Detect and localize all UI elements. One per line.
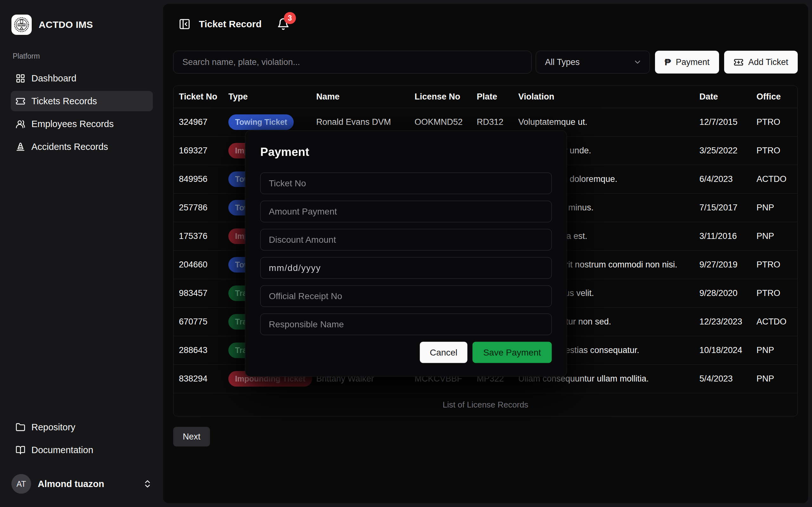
page-title: Ticket Record (199, 19, 262, 30)
payment-modal: Payment Cancel Save Payment (245, 130, 567, 377)
cancel-button[interactable]: Cancel (420, 342, 467, 363)
sidebar-item-label: Employees Records (32, 119, 114, 129)
users-icon (15, 119, 26, 129)
cell-office: ACTDO (757, 317, 798, 327)
cell-violation: Voluptatemque ut. (518, 117, 699, 127)
type-filter-select[interactable]: All Types (536, 51, 650, 73)
panel-left-close-icon (179, 18, 191, 30)
user-name: Almond tuazon (38, 479, 136, 489)
cell-ticket-no: 169327 (179, 146, 229, 156)
cell-office: PTRO (757, 117, 798, 127)
sidebar: ACTDO ACTDO IMS Platform DashboardTicket… (0, 0, 163, 507)
sidebar-nav: DashboardTickets RecordsEmployees Record… (11, 68, 153, 159)
sidebar-item-label: Repository (32, 422, 75, 433)
payment-modal-fields (260, 173, 552, 335)
column-header-name: Name (316, 92, 415, 102)
cell-license-no: OOKMND52 (415, 117, 477, 127)
chevron-down-icon (633, 58, 642, 66)
amount-payment-field[interactable] (260, 201, 552, 222)
payment-button[interactable]: ₱ Payment (655, 51, 719, 73)
platform-section-label: Platform (13, 52, 153, 60)
payment-modal-actions: Cancel Save Payment (260, 342, 552, 363)
payment-modal-title: Payment (260, 146, 552, 159)
ticket-plus-icon (734, 57, 744, 67)
cell-office: PNP (757, 231, 798, 241)
book-open-icon (15, 445, 26, 455)
column-header-ticket-no: Ticket No (179, 92, 229, 102)
search-input[interactable] (173, 51, 531, 73)
cell-office: PNP (757, 345, 798, 355)
column-header-type: Type (229, 92, 316, 102)
cell-ticket-no: 838294 (179, 374, 229, 384)
sidebar-item-label: Accidents Records (32, 142, 108, 152)
folder-icon (15, 422, 26, 432)
add-ticket-button-label: Add Ticket (748, 57, 788, 67)
sidebar-item-label: Dashboard (32, 73, 77, 83)
notifications-button[interactable]: 3 (277, 18, 290, 31)
type-badge: Towing Ticket (229, 114, 294, 130)
cell-ticket-no: 175376 (179, 231, 229, 241)
sidebar-item-label: Tickets Records (32, 96, 97, 107)
save-payment-button[interactable]: Save Payment (473, 342, 552, 363)
cell-ticket-no: 288643 (179, 345, 229, 355)
seal-icon: ACTDO (13, 16, 30, 33)
table-header-row: Ticket NoTypeNameLicense NoPlateViolatio… (173, 86, 798, 108)
discount-amount-field[interactable] (260, 229, 552, 250)
sidebar-item-accidents-records[interactable]: Accidents Records (11, 136, 153, 157)
official-receipt-field[interactable] (260, 285, 552, 307)
chevrons-up-down-icon (143, 479, 152, 489)
column-header-plate: Plate (477, 92, 518, 102)
sidebar-toggle-button[interactable] (179, 18, 191, 30)
peso-icon: ₱ (664, 57, 671, 67)
add-ticket-button[interactable]: Add Ticket (724, 51, 798, 73)
cell-ticket-no: 849956 (179, 174, 229, 184)
cell-name: Ronald Evans DVM (316, 117, 415, 127)
cell-date: 12/7/2015 (699, 117, 757, 127)
cell-ticket-no: 257786 (179, 203, 229, 213)
table-caption: List of License Records (173, 393, 798, 416)
cell-date: 5/4/2023 (699, 374, 757, 384)
cell-date: 6/4/2023 (699, 174, 757, 184)
cell-date: 7/15/2017 (699, 203, 757, 213)
column-header-violation: Violation (518, 92, 699, 102)
ticket-no-field[interactable] (260, 173, 552, 194)
toolbar: All Types ₱ Payment Add Ticket (173, 51, 798, 73)
sidebar-item-employees-records[interactable]: Employees Records (11, 114, 153, 134)
payment-date-field[interactable] (260, 257, 552, 279)
sidebar-footer-nav: RepositoryDocumentation (11, 417, 153, 463)
sidebar-spacer (11, 159, 153, 417)
user-menu[interactable]: AT Almond tuazon (11, 474, 153, 494)
type-filter-value: All Types (545, 57, 579, 67)
app-name: ACTDO IMS (39, 19, 93, 30)
next-page-button[interactable]: Next (173, 427, 210, 447)
cell-ticket-no: 204660 (179, 260, 229, 270)
actdo-seal-logo: ACTDO (11, 14, 32, 35)
cell-type: Towing Ticket (229, 114, 316, 130)
page-header: Ticket Record 3 (179, 18, 798, 31)
cell-plate: RD312 (477, 117, 518, 127)
avatar: AT (11, 474, 31, 494)
sidebar-item-dashboard[interactable]: Dashboard (11, 68, 153, 89)
cell-ticket-no: 324967 (179, 117, 229, 127)
column-header-license-no: License No (415, 92, 477, 102)
cell-date: 9/28/2020 (699, 288, 757, 298)
sidebar-item-tickets-records[interactable]: Tickets Records (11, 91, 153, 111)
cell-office: PTRO (757, 146, 798, 156)
cell-office: PTRO (757, 260, 798, 270)
svg-text:ACTDO: ACTDO (18, 24, 25, 26)
cell-ticket-no: 983457 (179, 288, 229, 298)
sidebar-item-label: Documentation (32, 445, 93, 455)
brand: ACTDO ACTDO IMS (11, 14, 153, 35)
cell-office: ACTDO (757, 174, 798, 184)
cell-office: PNP (757, 203, 798, 213)
cell-ticket-no: 670775 (179, 317, 229, 327)
sidebar-item-repository[interactable]: Repository (11, 417, 153, 437)
cell-date: 10/18/2024 (699, 345, 757, 355)
layout-grid-icon (15, 73, 26, 83)
cell-date: 12/23/2023 (699, 317, 757, 327)
traffic-cone-icon (15, 142, 26, 152)
payment-button-label: Payment (676, 57, 710, 67)
cell-date: 3/25/2022 (699, 146, 757, 156)
sidebar-item-documentation[interactable]: Documentation (11, 440, 153, 460)
responsible-name-field[interactable] (260, 314, 552, 335)
